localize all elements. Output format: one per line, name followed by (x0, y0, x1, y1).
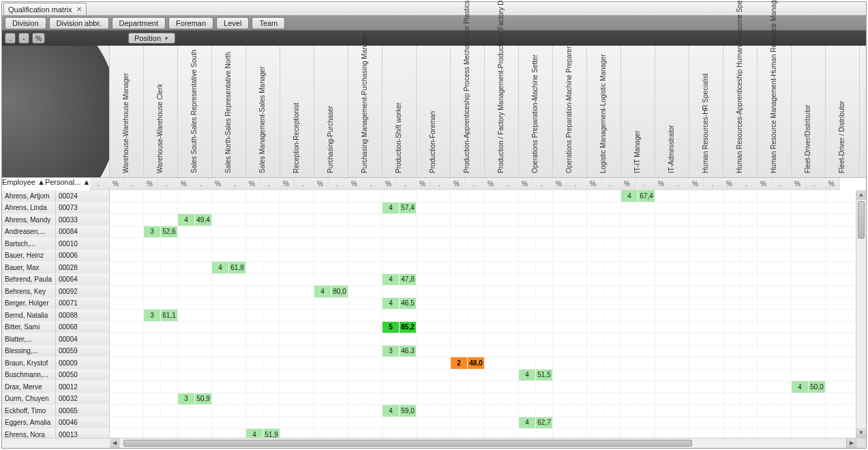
column-header[interactable]: Operations Preparation-Machine Preparer (553, 46, 587, 177)
employee-name[interactable]: Eckhoff, Timo (2, 405, 56, 417)
employee-name[interactable]: Durm, Chuyen (2, 393, 56, 405)
column-header[interactable]: Purchasing Management-Purchasing Manager (348, 46, 383, 177)
employee-id[interactable]: 00004 (56, 333, 110, 345)
cell-dot (178, 238, 195, 250)
employee-id[interactable]: 00084 (56, 226, 110, 238)
employee-name[interactable]: Ahrens, Artjom (2, 190, 56, 202)
filter-level[interactable]: Level (216, 17, 249, 29)
btn-percent[interactable]: % (32, 33, 45, 44)
scroll-up-icon[interactable]: ▲ (856, 190, 866, 200)
employee-name[interactable]: Bernd, Natalia (2, 310, 56, 321)
column-header[interactable]: Production-Apprenticeship Process Mechan… (451, 46, 485, 177)
column-header[interactable]: Fleet-Driver / Distributor (826, 46, 860, 177)
employee-name[interactable]: Ehrens, Nora (2, 429, 56, 438)
column-header[interactable]: Human Resources-Apprenticeship Human Res… (723, 46, 758, 177)
cell-pct (127, 238, 143, 250)
column-header[interactable]: Reception-Receptionist (280, 46, 314, 177)
column-header[interactable]: Sales Management-Sales Manager (246, 46, 280, 177)
employee-name[interactable]: Braun, Krystof (2, 357, 56, 369)
filter-division[interactable]: Division (5, 17, 46, 29)
employee-name[interactable]: Bitter, Sami (2, 322, 56, 333)
scroll-right-icon[interactable]: ▶ (846, 438, 856, 448)
header-employee[interactable]: Employee ▲ (2, 178, 45, 190)
cell-pair (417, 417, 451, 429)
filter-department[interactable]: Department (112, 17, 166, 29)
employee-name[interactable]: Blessing,... (2, 346, 56, 357)
scroll-down-icon[interactable]: ▼ (856, 428, 866, 438)
employee-id[interactable]: 00024 (56, 190, 110, 202)
employee-id[interactable]: 00046 (56, 417, 110, 429)
employee-name[interactable]: Eggers, Amalia (2, 417, 56, 429)
employee-name[interactable]: Buschmann,... (2, 370, 56, 381)
filter-foreman[interactable]: Foreman (168, 17, 213, 29)
close-icon[interactable]: ✕ (76, 5, 82, 13)
employee-id[interactable]: 00009 (56, 357, 110, 369)
employee-name[interactable]: Ahrens, Mandy (2, 214, 56, 226)
cell-dot (314, 417, 331, 429)
employee-name[interactable]: Behrens, Key (2, 286, 56, 297)
cell-dot (417, 357, 434, 369)
header-personal-id[interactable]: Personal... ▲ (45, 178, 91, 190)
column-header[interactable]: Warehouse-Warehouse Manager (110, 46, 144, 177)
vscroll-thumb[interactable] (858, 201, 865, 239)
cell-pct (638, 346, 655, 357)
column-header[interactable]: Sales North-Sales Representative North (212, 46, 246, 177)
employee-name[interactable]: Drax, Merve (2, 381, 56, 393)
btn-dash[interactable]: - (18, 33, 29, 44)
employee-name[interactable]: Bauer, Heinz (2, 250, 56, 262)
vertical-scrollbar[interactable]: ▲ ▼ (856, 190, 866, 438)
hscroll-thumb[interactable] (123, 440, 692, 447)
employee-id[interactable]: 00092 (56, 286, 110, 297)
employee-id[interactable]: 00065 (56, 405, 110, 417)
employee-id[interactable]: 00033 (56, 214, 110, 226)
cell-dot (758, 214, 775, 226)
column-header[interactable]: Sales South-Sales Representative South (178, 46, 212, 177)
employee-name[interactable]: Ahrens, Linda (2, 202, 56, 214)
cell-pair (144, 357, 178, 369)
employee-name[interactable]: Bartsch,... (2, 238, 56, 250)
column-header[interactable]: Human Resource Management-Human Resource… (758, 46, 792, 177)
employee-id[interactable]: 00012 (56, 381, 110, 393)
cell-pair (110, 417, 144, 429)
employee-id[interactable]: 00032 (56, 393, 110, 405)
employee-id[interactable]: 00006 (56, 250, 110, 262)
cell-pct (297, 357, 314, 369)
employee-id[interactable]: 00059 (56, 346, 110, 357)
column-header[interactable]: Human Resources-HR Specialist (689, 46, 723, 177)
column-header[interactable]: Warehouse-Warehouse Clerk (144, 46, 178, 177)
employee-name[interactable]: Berger, Holger (2, 298, 56, 310)
column-header[interactable]: IT-Administrator (655, 46, 689, 177)
employee-name[interactable]: Behrend, Paula (2, 274, 56, 286)
column-header[interactable]: Logistic Management-Logistic Manager (587, 46, 621, 177)
cell-dot (621, 357, 638, 369)
cell-pct (365, 381, 382, 393)
position-dropdown[interactable]: Position ▼ (128, 33, 175, 44)
employee-id[interactable]: 00071 (56, 298, 110, 310)
employee-id[interactable]: 00073 (56, 202, 110, 214)
scroll-left-icon[interactable]: ◀ (110, 438, 119, 448)
column-header[interactable]: Operations Preparation-Machine Setter (519, 46, 553, 177)
employee-name[interactable]: Blatter,... (2, 333, 56, 345)
employee-id[interactable]: 00010 (56, 238, 110, 250)
column-header[interactable]: Production-Shift worker (383, 46, 417, 177)
column-header[interactable]: Production-Foreman (417, 46, 451, 177)
employee-name[interactable]: Andreasen,... (2, 226, 56, 238)
filter-division-abbr[interactable]: Division abbr. (49, 17, 109, 29)
horizontal-scrollbar[interactable]: ◀ ▶ (110, 438, 856, 448)
employee-id[interactable]: 00068 (56, 322, 110, 333)
employee-name[interactable]: Bauer, Max (2, 262, 56, 273)
column-header[interactable]: IT-IT Manager (621, 46, 655, 177)
employee-id[interactable]: 00088 (56, 310, 110, 321)
column-header[interactable]: Purchasing-Purchaser (314, 46, 348, 177)
employee-id[interactable]: 00064 (56, 274, 110, 286)
employee-id[interactable]: 00013 (56, 429, 110, 438)
employee-id[interactable]: 00050 (56, 370, 110, 381)
btn-dot[interactable]: . (5, 33, 16, 44)
subheader-pct: % (107, 178, 123, 190)
column-header[interactable]: Production / Factory Management-Producti… (485, 46, 519, 177)
column-header[interactable]: Fleet-Driver/Distributor (792, 46, 826, 177)
tab-qualification-matrix[interactable]: Qualification matrix ✕ (3, 3, 87, 15)
cell-pair (144, 262, 178, 273)
filter-team[interactable]: Team (252, 17, 285, 29)
employee-id[interactable]: 00028 (56, 262, 110, 273)
